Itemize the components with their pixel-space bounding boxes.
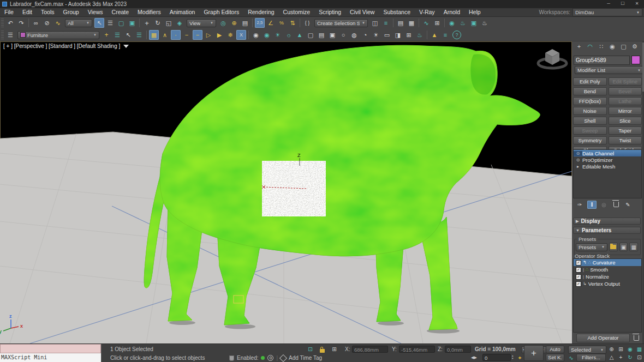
orbit-icon[interactable]: ↻ <box>626 353 634 361</box>
current-frame-field[interactable]: 0 <box>482 354 511 361</box>
tab-create[interactable]: + <box>575 43 583 52</box>
angle-snap-icon[interactable]: ∠ <box>266 18 276 28</box>
maxscript-input-row[interactable] <box>0 344 101 353</box>
help-icon[interactable]: ? <box>452 31 461 39</box>
bulb2-icon[interactable]: ☀ <box>371 30 381 40</box>
camera-icon[interactable]: ◉ <box>251 30 261 40</box>
x-coordinate-field[interactable]: 686,88mm <box>352 346 388 353</box>
select-and-place-icon[interactable]: ◈ <box>175 18 184 28</box>
zero-badge[interactable]: 0 <box>267 355 273 361</box>
operator-smooth[interactable]: ✓|∴Smooth <box>574 266 641 273</box>
menu-substance[interactable]: Substance <box>379 8 415 16</box>
show-end-result-icon[interactable]: ‖ <box>587 201 597 209</box>
y-coordinate-field[interactable]: -515,46mm <box>399 346 435 353</box>
sun-icon[interactable]: ☼ <box>284 30 294 40</box>
keyboard-override-icon[interactable]: ▤ <box>240 18 250 28</box>
menu-views[interactable]: Views <box>84 8 108 16</box>
delete-preset-icon[interactable]: ▦ <box>629 243 638 251</box>
field-of-view-icon[interactable]: △ <box>607 353 616 361</box>
viewport-label[interactable]: [ + ] [Perspective ] [Standard ] [Defaul… <box>3 43 120 49</box>
page-flip-icon[interactable]: ▢ <box>306 30 315 40</box>
unlink-selection-icon[interactable]: ⊘ <box>42 18 52 28</box>
stack-item-prooptimizer[interactable]: ⊙ProOptimizer <box>574 156 641 163</box>
key-mode-toggle-icon[interactable]: ✦ <box>516 354 524 361</box>
eye-icon[interactable]: ⊙ <box>574 151 582 156</box>
select-object-icon[interactable]: ↖ <box>94 18 104 28</box>
menu-arnold[interactable]: Arnold <box>439 8 464 16</box>
current-layer-icon[interactable]: ☰ <box>134 30 144 40</box>
tree-icon[interactable]: ▲ <box>295 30 305 40</box>
snowflake-snap-icon[interactable]: ❄ <box>225 30 235 40</box>
menu-create[interactable]: Create <box>108 8 134 16</box>
render-production-icon[interactable]: ♨ <box>480 18 490 28</box>
menu-rendering[interactable]: Rendering <box>243 8 278 16</box>
load-preset-icon[interactable] <box>609 243 618 251</box>
light-bulb-icon[interactable]: ☀ <box>273 30 283 40</box>
window-icon[interactable]: ▭ <box>382 30 392 40</box>
zoom-extents-icon[interactable]: ◉ <box>626 345 634 353</box>
perspective-viewport[interactable]: [ + ] [Perspective ] [Standard ] [Defaul… <box>0 41 572 343</box>
schematic-view-icon[interactable]: ⊞ <box>432 18 442 28</box>
palette-icon[interactable]: ◔ <box>360 30 370 40</box>
toolbar-grip[interactable] <box>1 19 4 27</box>
make-unique-icon[interactable]: ◎ <box>599 201 609 209</box>
plane-constraint-icon[interactable]: ▶ <box>214 30 224 40</box>
set-key-button[interactable]: Set K. <box>546 354 564 361</box>
layer-dropdown[interactable]: Furniture▼ <box>17 31 99 39</box>
presets-dropdown[interactable]: Presets ▼ <box>576 243 607 251</box>
operator-checkbox[interactable]: ✓ <box>576 267 581 273</box>
object-name-field[interactable]: Group54589 <box>574 56 630 65</box>
modifier-button-bend[interactable]: Bend <box>573 87 607 95</box>
operator-curvature[interactable]: ✓↰∴Curvature <box>574 259 641 266</box>
maxscript-mini-listener[interactable]: MAXScript Mini <box>0 344 102 362</box>
tab-hierarchy[interactable]: ∷ <box>597 43 606 52</box>
key-step-toggle-icon[interactable]: ◀▶ <box>470 354 478 361</box>
rollout-display[interactable]: ▶ Display <box>573 218 641 225</box>
layer-manager-icon[interactable]: ☰ <box>5 30 15 40</box>
viewcube[interactable] <box>538 49 567 68</box>
tab-modify[interactable]: ◠ <box>586 43 594 52</box>
edit-named-selections-icon[interactable]: { } <box>302 18 312 28</box>
menu-graph-editors[interactable]: Graph Editors <box>199 8 243 16</box>
minimize-button[interactable]: ─ <box>601 0 616 8</box>
curve-editor-icon[interactable]: ∿ <box>421 18 431 28</box>
operator-normalize[interactable]: ✓|Normalize <box>574 273 641 280</box>
modifier-button-shell[interactable]: Shell <box>573 117 607 125</box>
pan-icon[interactable]: + <box>617 353 625 361</box>
menu-civil-view[interactable]: Civil View <box>345 8 379 16</box>
key-filters-curve-icon[interactable]: ∿ <box>567 354 575 361</box>
operator-checkbox[interactable]: ✓ <box>576 281 581 287</box>
selected-set-dropdown[interactable]: Selected ▼ <box>568 346 606 354</box>
noise-patch[interactable]: Z <box>262 153 326 216</box>
mirror-icon[interactable]: ◫ <box>370 18 380 28</box>
select-and-manipulate-icon[interactable]: ⊕ <box>229 18 239 28</box>
grid-window-icon[interactable]: ⊞ <box>404 30 414 40</box>
rendered-frame-icon[interactable]: ▣ <box>469 18 479 28</box>
menu-group[interactable]: Group <box>59 8 84 16</box>
reference-coordinate-dropdown[interactable]: View▼ <box>187 19 216 27</box>
face-snap-icon[interactable]: − <box>193 30 202 40</box>
percent-snap-icon[interactable]: % <box>277 18 287 28</box>
maximize-button[interactable]: ☐ <box>616 0 630 8</box>
book-icon[interactable]: ▤ <box>317 30 326 40</box>
modifier-button-taper[interactable]: Taper <box>609 126 642 135</box>
menu-help[interactable]: Help <box>464 8 485 16</box>
select-in-layer-icon[interactable]: ↖ <box>123 30 133 40</box>
modifier-button-noise[interactable]: Noise <box>573 107 607 115</box>
modifier-list-dropdown[interactable]: Modifier List ▼ <box>575 66 643 74</box>
toolbar-grip[interactable] <box>1 31 4 39</box>
close-button[interactable]: ✕ <box>630 0 644 8</box>
absolute-mode-icon[interactable]: ⊞ <box>330 345 338 353</box>
rollout-parameters[interactable]: ▼ Parameters <box>573 227 641 234</box>
window-crossing-icon[interactable]: ▣ <box>127 18 137 28</box>
stack-item-editable-mesh[interactable]: ▸Editable Mesh <box>574 163 641 170</box>
menu-modifiers[interactable]: Modifiers <box>133 8 165 16</box>
material-editor-icon[interactable]: ◉ <box>447 18 457 28</box>
add-camera-icon[interactable]: ◉ <box>262 30 272 40</box>
selection-lock-icon[interactable] <box>320 348 325 354</box>
z-coordinate-field[interactable]: 0,0mm <box>445 346 471 353</box>
key-filters-button[interactable]: Filters... <box>576 354 606 361</box>
configure-modifier-sets-icon[interactable]: ✎ <box>623 201 633 209</box>
modifier-button-twist[interactable]: Twist <box>609 136 642 144</box>
undo-icon[interactable]: ↶ <box>5 18 15 28</box>
